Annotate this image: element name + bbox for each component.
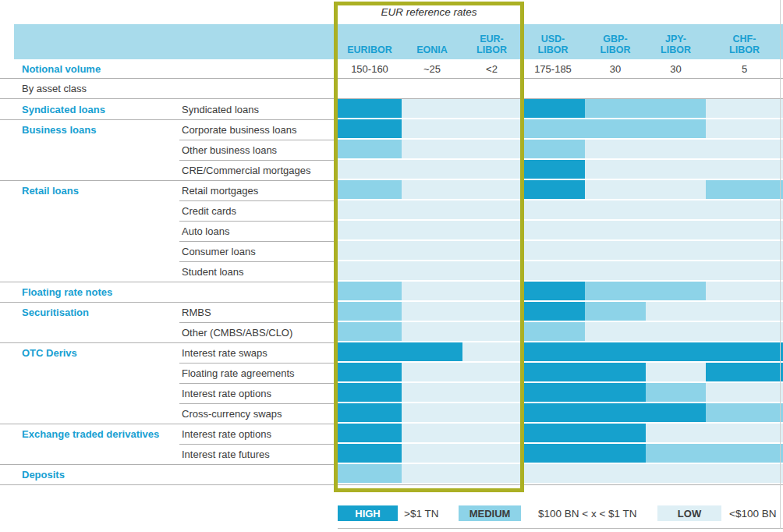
- table-bottom-line: [0, 484, 783, 485]
- category-label: [0, 261, 179, 282]
- cell-gbp-libor: [585, 342, 646, 363]
- table-row: Auto loans: [0, 221, 783, 241]
- cell-gbp-libor: [585, 464, 646, 484]
- by-asset-class-row: By asset class: [0, 79, 783, 99]
- cell-eonia: [402, 221, 462, 241]
- category-label: [0, 241, 179, 261]
- cell-eur-libor: [462, 444, 521, 464]
- cell-euribor: [338, 160, 402, 180]
- instrument-label: Other business loans: [179, 140, 338, 160]
- category-label: [0, 383, 179, 403]
- cell-usd-libor: [521, 140, 585, 160]
- table-row: Business loansCorporate business loans: [0, 119, 783, 140]
- table-right-edge-line: [780, 0, 781, 529]
- cell-euribor: [338, 140, 402, 160]
- instrument-label: Retail mortgages: [179, 180, 338, 200]
- cell-usd-libor: [521, 342, 585, 363]
- cell-chf-libor: [706, 99, 783, 119]
- cell-chf-libor: [706, 464, 783, 484]
- category-label: Securitisation: [0, 302, 179, 322]
- cell-chf-libor: [706, 140, 783, 160]
- cell-usd-libor: [521, 424, 585, 444]
- column-header-eur-libor: EUR- LIBOR: [462, 24, 521, 59]
- cell-chf-libor: [706, 322, 783, 342]
- cell-chf-libor: [706, 383, 783, 403]
- instrument-label: CRE/Commercial mortgages: [179, 160, 338, 180]
- instrument-label: Auto loans: [179, 221, 338, 241]
- cell-eonia: [402, 200, 462, 221]
- cell-gbp-libor: [585, 160, 646, 180]
- category-label: [0, 322, 179, 342]
- category-label: [0, 160, 179, 180]
- cell-gbp-libor: [585, 403, 646, 424]
- cell-jpy-libor: [646, 282, 706, 302]
- table-row: Floating rate notes: [0, 282, 783, 302]
- cell-gbp-libor: [585, 200, 646, 221]
- cell-jpy-libor: [646, 180, 706, 200]
- legend-chip-low: LOW: [657, 505, 721, 521]
- table-row: Student loans: [0, 261, 783, 282]
- category-label: [0, 444, 179, 464]
- cell-jpy-libor: [646, 302, 706, 322]
- notional-value-chf-libor: 5: [706, 59, 783, 78]
- cell-eonia: [402, 180, 462, 200]
- cell-euribor: [338, 342, 402, 363]
- category-label: [0, 363, 179, 383]
- cell-jpy-libor: [646, 464, 706, 484]
- column-header-jpy-libor: JPY- LIBOR: [646, 24, 706, 59]
- cell-euribor: [338, 302, 402, 322]
- cell-gbp-libor: [585, 99, 646, 119]
- cell-eur-libor: [462, 200, 521, 221]
- cell-eonia: [402, 383, 462, 403]
- cell-eonia: [402, 363, 462, 383]
- cell-eonia: [402, 261, 462, 282]
- cell-chf-libor: [706, 424, 783, 444]
- cell-gbp-libor: [585, 241, 646, 261]
- cell-chf-libor: [706, 119, 783, 140]
- cell-eur-libor: [462, 119, 521, 140]
- cell-gbp-libor: [585, 221, 646, 241]
- cell-eur-libor: [462, 180, 521, 200]
- cell-jpy-libor: [646, 363, 706, 383]
- category-label: Deposits: [0, 464, 179, 484]
- legend-chip-medium: MEDIUM: [459, 505, 521, 521]
- instrument-label: Floating rate agreements: [179, 363, 338, 383]
- instrument-label: Student loans: [179, 261, 338, 282]
- cell-usd-libor: [521, 119, 585, 140]
- cell-usd-libor: [521, 241, 585, 261]
- table-row: CRE/Commercial mortgages: [0, 160, 783, 180]
- legend-underline: [338, 528, 783, 529]
- cell-euribor: [338, 322, 402, 342]
- cell-chf-libor: [706, 160, 783, 180]
- cell-eonia: [402, 403, 462, 424]
- cell-jpy-libor: [646, 119, 706, 140]
- category-label: Exchange traded derivatives: [0, 424, 179, 444]
- table-row: Interest rate options: [0, 383, 783, 403]
- category-label: [0, 200, 179, 221]
- cell-euribor: [338, 282, 402, 302]
- column-header-gbp-libor: GBP- LIBOR: [585, 24, 646, 59]
- instrument-label: Other (CMBS/ABS/CLO): [179, 322, 338, 342]
- table-row: Cross-currency swaps: [0, 403, 783, 424]
- notional-value-gbp-libor: 30: [585, 59, 646, 78]
- cell-gbp-libor: [585, 424, 646, 444]
- cell-eonia: [402, 160, 462, 180]
- notional-volume-label: Notional volume: [0, 59, 338, 78]
- cell-usd-libor: [521, 322, 585, 342]
- cell-eur-libor: [462, 403, 521, 424]
- notional-value-eur-libor: <2: [462, 59, 521, 78]
- cell-jpy-libor: [646, 322, 706, 342]
- column-header-eonia: EONIA: [402, 24, 462, 59]
- cell-chf-libor: [706, 342, 783, 363]
- cell-eonia: [402, 282, 462, 302]
- cell-eonia: [402, 464, 462, 484]
- cell-euribor: [338, 200, 402, 221]
- cell-eur-libor: [462, 241, 521, 261]
- instrument-label: Syndicated loans: [179, 99, 338, 119]
- table-row: SecuritisationRMBS: [0, 302, 783, 322]
- cell-usd-libor: [521, 282, 585, 302]
- instrument-label: Cross-currency swaps: [179, 403, 338, 424]
- cell-eur-libor: [462, 261, 521, 282]
- category-label: Business loans: [0, 119, 179, 140]
- cell-eur-libor: [462, 322, 521, 342]
